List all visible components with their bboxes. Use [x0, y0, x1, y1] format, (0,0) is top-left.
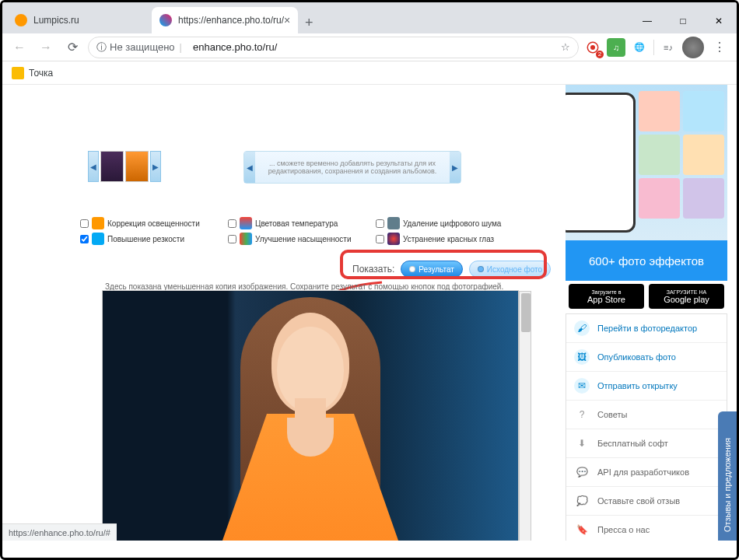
svg-point-1 [590, 45, 595, 50]
result-toggle: Показать: Результат Исходное фото [345, 256, 559, 282]
extension-icon[interactable] [583, 38, 602, 57]
url-field[interactable]: ⓘ Не защищено | enhance.pho.to/ru/ ☆ [88, 37, 579, 58]
menu-button[interactable]: ⋮ [709, 37, 730, 58]
main-panel: ◀ ▶ ◀ ... сможете временно добавлять рез… [2, 85, 561, 541]
googleplay-button[interactable]: ЗАГРУЗИТЕ НАGoogle play [649, 284, 724, 309]
comment-icon: 💭 [574, 493, 590, 509]
sidebar-link-press[interactable]: 🔖Пресса о нас [566, 516, 727, 541]
reload-button[interactable]: ⟳ [61, 37, 83, 58]
sidebar-link-soft[interactable]: ⬇Бесплатный софт [566, 429, 727, 458]
download-icon: ⬇ [574, 436, 590, 451]
question-icon: ? [574, 407, 590, 422]
window-titlebar: Lumpics.ru https://enhance.pho.to/ru/ × … [2, 2, 737, 33]
close-button[interactable]: ✕ [701, 9, 737, 33]
noise-icon [387, 217, 400, 229]
option-redeye[interactable]: Устранение красных глаз [376, 233, 516, 245]
sidebar: 600+ фото эффектов Загрузите вApp Store … [566, 85, 727, 541]
bookmark-icon: 🔖 [574, 522, 590, 537]
info-message: ◀ ... сможете временно добавлять результ… [243, 151, 461, 184]
bookmark-item[interactable]: Точка [29, 68, 53, 79]
toggle-label: Показать: [352, 264, 394, 275]
favicon [159, 14, 172, 26]
saturation-icon [240, 233, 252, 245]
thumbnail[interactable] [100, 151, 124, 182]
close-tab-icon[interactable]: × [284, 14, 290, 26]
folder-icon [12, 67, 24, 79]
result-image [103, 291, 518, 541]
sidebar-links: 🖌Перейти в фоторедактор 🖼Опубликовать фо… [566, 313, 727, 541]
option-temperature[interactable]: Цветовая температура [228, 217, 368, 229]
vertical-scrollbar[interactable] [519, 291, 531, 541]
appstore-button[interactable]: Загрузите вApp Store [569, 284, 644, 309]
security-indicator[interactable]: ⓘ Не защищено [96, 40, 175, 54]
chat-icon: 💬 [574, 464, 590, 480]
bookmark-star-icon[interactable]: ☆ [561, 41, 570, 53]
thumbnail-strip: ◀ ▶ [88, 151, 161, 182]
next-thumb-button[interactable]: ▶ [150, 151, 161, 182]
show-original-button[interactable]: Исходное фото [469, 261, 551, 278]
browser-tab[interactable]: Lumpics.ru [7, 7, 147, 33]
window-controls: — □ ✕ [629, 9, 737, 33]
promo-banner[interactable] [566, 85, 727, 240]
radio-icon [478, 266, 484, 272]
profile-avatar[interactable] [682, 37, 704, 58]
sidebar-link-editor[interactable]: 🖌Перейти в фоторедактор [566, 314, 727, 343]
feedback-tab[interactable]: Отзывы и предложения [718, 411, 737, 541]
prev-info-button[interactable]: ◀ [244, 152, 255, 183]
sidebar-link-tips[interactable]: ?Советы [566, 401, 727, 429]
scroll-thumb[interactable] [521, 293, 531, 332]
back-button[interactable]: ← [9, 37, 30, 58]
reading-list-icon[interactable]: ≡♪ [659, 38, 678, 57]
brush-icon: 🖌 [574, 320, 590, 336]
sidebar-link-api[interactable]: 💬API для разработчиков [566, 458, 727, 487]
eye-icon [387, 233, 400, 245]
favicon [15, 14, 27, 26]
status-bar: https://enhance.pho.to/ru/# [2, 523, 117, 541]
store-buttons: Загрузите вApp Store ЗАГРУЗИТЕ НАGoogle … [566, 281, 727, 313]
phone-mockup [566, 93, 636, 233]
radio-icon [409, 266, 415, 272]
extension-icon[interactable]: 🌐 [630, 38, 649, 57]
option-saturation[interactable]: Улучшение насыщенности [228, 233, 368, 245]
effects-banner[interactable]: 600+ фото эффектов [566, 240, 727, 281]
option-denoise[interactable]: Удаление цифрового шума [376, 217, 516, 229]
tab-title: Lumpics.ru [33, 15, 79, 26]
page-content: f417 🐦 P597 +2.2K ◀ ▶ ◀ ... сможете врем… [2, 85, 737, 541]
sidebar-link-postcard[interactable]: ✉Отправить открытку [566, 372, 727, 401]
browser-tab-active[interactable]: https://enhance.pho.to/ru/ × [152, 7, 298, 33]
sharpen-icon [92, 233, 104, 245]
show-result-button[interactable]: Результат [401, 261, 462, 278]
sidebar-link-review[interactable]: 💭Оставьте свой отзыв [566, 487, 727, 516]
url-text: enhance.pho.to/ru/ [193, 41, 277, 53]
option-sharpen[interactable]: Повышение резкости [80, 233, 220, 245]
sidebar-link-publish[interactable]: 🖼Опубликовать фото [566, 343, 727, 372]
forward-button[interactable]: → [35, 37, 57, 58]
temp-icon [240, 217, 252, 229]
sun-icon [92, 217, 104, 229]
minimize-button[interactable]: — [629, 9, 665, 33]
photo-collage [639, 91, 724, 219]
result-image-container [102, 290, 519, 541]
tab-title: https://enhance.pho.to/ru/ [178, 15, 284, 26]
enhance-options: Коррекция освещенности Цветовая температ… [80, 217, 516, 245]
address-bar: ← → ⟳ ⓘ Не защищено | enhance.pho.to/ru/… [2, 33, 737, 61]
next-info-button[interactable]: ▶ [450, 152, 461, 183]
extension-icon[interactable]: ♫ [607, 38, 625, 57]
mail-icon: ✉ [574, 378, 590, 394]
maximize-button[interactable]: □ [665, 9, 701, 33]
new-tab-button[interactable]: + [298, 12, 320, 33]
bookmarks-bar: Точка [2, 61, 737, 85]
prev-thumb-button[interactable]: ◀ [88, 151, 99, 182]
image-icon: 🖼 [574, 349, 590, 365]
option-lighting[interactable]: Коррекция освещенности [80, 217, 220, 229]
thumbnail[interactable] [125, 151, 149, 182]
